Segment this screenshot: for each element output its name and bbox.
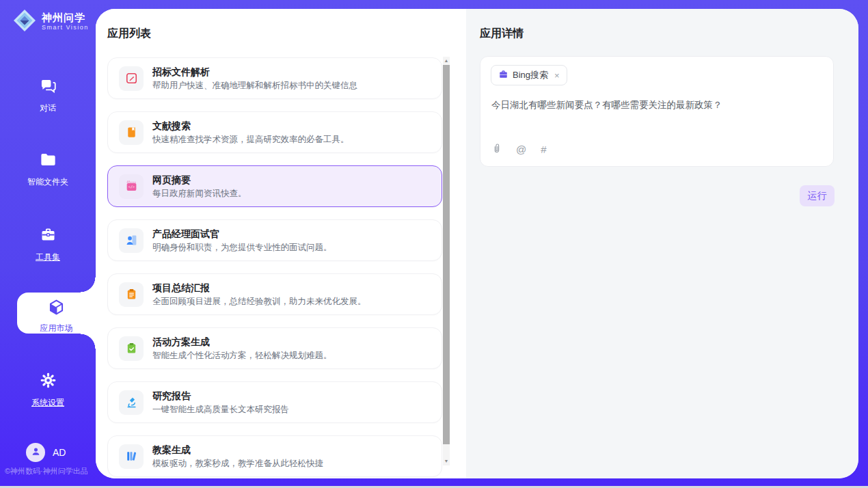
app-card-lesson-plan[interactable]: 教案生成 模板驱动，教案秒成，教学准备从此轻松快捷 (107, 435, 442, 477)
cube-icon (47, 307, 66, 318)
app-card-desc: 快速精准查找学术资源，提高研究效率的必备工具。 (152, 134, 349, 146)
app-card-list: 招标文件解析 帮助用户快速、准确地理解和解析招标书中的关键信息 文献搜索 快速精… (107, 57, 442, 478)
app-card-title: 文献搜索 (152, 120, 349, 132)
chat-icon (0, 77, 96, 98)
tool-tag-bing-search[interactable]: Bing搜索 × (491, 65, 567, 85)
sidebar-item-chat[interactable]: 对话 (0, 77, 96, 114)
input-toolbar: @ # (491, 142, 547, 157)
app-card-title: 网页摘要 (152, 174, 247, 186)
project-summary-icon (119, 282, 144, 307)
brand-subtitle: Smart Vision (42, 25, 89, 31)
sidebar-item-label: 工具集 (0, 252, 96, 263)
sidebar-item-smart-folders[interactable]: 智能文件夹 (0, 150, 96, 188)
research-report-icon (119, 390, 144, 415)
app-card-desc: 每日政府新闻资讯快查。 (152, 188, 247, 200)
web-summary-icon: </> (119, 174, 144, 199)
scrollbar-up-icon[interactable]: ▲ (443, 57, 450, 65)
app-list-panel: 应用列表 招标文件解析 帮助用户快速、准确地理解和解析招标书中的关键信息 (96, 9, 466, 478)
scrollbar-down-icon[interactable]: ▼ (443, 457, 450, 465)
app-card-desc: 智能生成个性化活动方案，轻松解决规划难题。 (152, 350, 332, 362)
app-card-event-plan[interactable]: 活动方案生成 智能生成个性化活动方案，轻松解决规划难题。 (107, 327, 442, 369)
app-card-desc: 全面回顾项目进展，总结经验教训，助力未来优化发展。 (152, 296, 366, 308)
app-card-desc: 模板驱动，教案秒成，教学准备从此轻松快捷 (152, 458, 323, 470)
sidebar-item-settings[interactable]: 系统设置 (0, 371, 96, 409)
sidebar-item-app-market[interactable]: 应用市场 (17, 293, 96, 334)
user-initials: AD (53, 447, 66, 458)
svg-text:</>: </> (128, 185, 134, 189)
sidebar-item-label: 应用市场 (17, 323, 96, 334)
app-list-scrollbar[interactable]: ▲ ▼ (443, 57, 450, 465)
literature-search-icon (119, 120, 144, 145)
interviewer-icon (119, 228, 144, 253)
mention-icon[interactable]: @ (516, 144, 526, 155)
app-detail-title: 应用详情 (480, 27, 524, 41)
app-card-web-summary[interactable]: </> 网页摘要 每日政府新闻资讯快查。 (107, 165, 442, 207)
sidebar-item-label: 对话 (0, 103, 96, 114)
avatar (26, 443, 45, 462)
run-button[interactable]: 运行 (800, 185, 835, 206)
hash-icon[interactable]: # (541, 144, 546, 155)
paperclip-icon[interactable] (491, 142, 502, 157)
app-card-title: 产品经理面试官 (152, 228, 332, 240)
brand-name: 神州问学 (42, 12, 89, 24)
scrollbar-thumb[interactable] (443, 65, 450, 444)
app-card-project-summary[interactable]: 项目总结汇报 全面回顾项目进展，总结经验教训，助力未来优化发展。 (107, 273, 442, 315)
tool-tag-label: Bing搜索 (513, 69, 548, 81)
sidebar-item-label: 系统设置 (0, 397, 96, 409)
app-card-desc: 明确身份和职责，为您提供专业性的面试问题。 (152, 242, 332, 254)
toolbox-icon (0, 226, 96, 247)
brand-logo: 神州问学 Smart Vision (12, 8, 89, 36)
bid-document-icon (119, 66, 144, 91)
copyright-footer: ©神州数码·神州问学出品 (5, 466, 96, 476)
person-icon (30, 446, 42, 460)
app-frame: 神州问学 Smart Vision 对话 智能文件夹 (0, 0, 868, 486)
close-icon[interactable]: × (554, 71, 560, 80)
app-card-title: 项目总结汇报 (152, 282, 366, 294)
app-card-desc: 帮助用户快速、准确地理解和解析招标书中的关键信息 (152, 80, 357, 92)
app-card-bid-document[interactable]: 招标文件解析 帮助用户快速、准确地理解和解析招标书中的关键信息 (107, 57, 442, 99)
app-card-title: 研究报告 (152, 390, 289, 402)
app-card-research-report[interactable]: 研究报告 一键智能生成高质量长文本研究报告 (107, 381, 442, 423)
sidebar-item-toolset[interactable]: 工具集 (0, 226, 96, 263)
app-card-title: 教案生成 (152, 444, 323, 456)
sidebar-item-label: 智能文件夹 (0, 176, 96, 188)
app-card-title: 活动方案生成 (152, 336, 332, 348)
gem-diamond-icon (12, 8, 37, 36)
event-plan-icon (119, 336, 144, 361)
lesson-plan-icon (119, 444, 144, 469)
query-input[interactable]: 今日湖北有哪些新闻要点？有哪些需要关注的最新政策？ (491, 98, 822, 111)
gear-icon (0, 371, 96, 392)
user-account[interactable]: AD (26, 443, 66, 462)
prompt-input-card: Bing搜索 × 今日湖北有哪些新闻要点？有哪些需要关注的最新政策？ @ # (480, 56, 834, 167)
app-detail-panel: 应用详情 Bing搜索 × 今日湖北有哪些新闻要点？有哪些需要关注的最新政策？ (466, 9, 858, 478)
app-card-title: 招标文件解析 (152, 66, 357, 78)
app-card-interviewer[interactable]: 产品经理面试官 明确身份和职责，为您提供专业性的面试问题。 (107, 219, 442, 261)
app-card-literature-search[interactable]: 文献搜索 快速精准查找学术资源，提高研究效率的必备工具。 (107, 111, 442, 153)
briefcase-icon (498, 69, 508, 82)
app-list-title: 应用列表 (107, 27, 151, 41)
content-panel: 应用列表 招标文件解析 帮助用户快速、准确地理解和解析招标书中的关键信息 (96, 9, 858, 478)
folder-icon (0, 150, 96, 172)
app-card-desc: 一键智能生成高质量长文本研究报告 (152, 404, 289, 416)
